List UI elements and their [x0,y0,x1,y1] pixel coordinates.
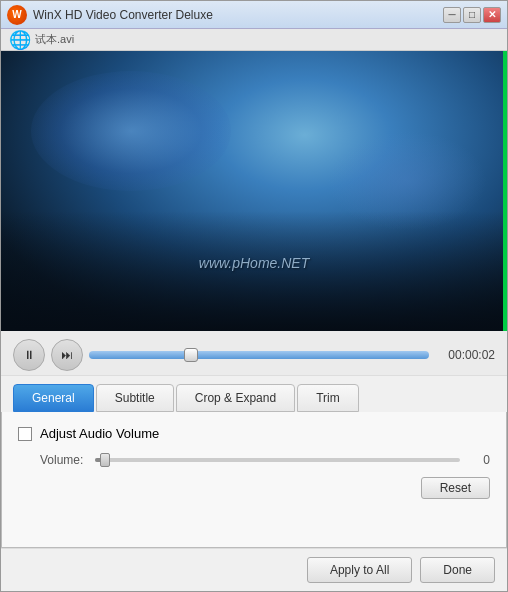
pause-button[interactable]: ⏸ [13,339,45,371]
tab-subtitle[interactable]: Subtitle [96,384,174,412]
next-frame-button[interactable]: ⏭ [51,339,83,371]
reset-row: Reset [18,477,490,499]
reset-button[interactable]: Reset [421,477,490,499]
app-icon: W [7,5,27,25]
volume-row: Volume: 0 [18,453,490,467]
video-cloud-1 [31,71,231,191]
playback-controls: ⏸ ⏭ 00:00:02 [13,339,495,371]
apply-to-all-button[interactable]: Apply to All [307,557,412,583]
title-bar-buttons: ─ □ ✕ [443,7,501,23]
file-bar: 🌐 试本.avi [1,29,507,51]
volume-slider-thumb[interactable] [100,453,110,467]
time-display: 00:00:02 [435,348,495,362]
title-bar: W WinX HD Video Converter Deluxe ─ □ ✕ [1,1,507,29]
volume-slider-track[interactable] [95,458,460,462]
video-background: www.pHome.NET [1,51,507,331]
tab-content-general: Adjust Audio Volume Volume: 0 Reset [1,412,507,548]
tab-general[interactable]: General [13,384,94,412]
watermark-logo: 🌐 [9,29,31,51]
tabs-area: General Subtitle Crop & Expand Trim [1,376,507,412]
adjust-audio-label: Adjust Audio Volume [40,426,159,441]
video-watermark: www.pHome.NET [199,255,309,271]
close-button[interactable]: ✕ [483,7,501,23]
adjust-audio-checkbox[interactable] [18,427,32,441]
playback-controls-area: ⏸ ⏭ 00:00:02 [1,331,507,376]
adjust-audio-row: Adjust Audio Volume [18,426,490,441]
file-name: 试本.avi [35,32,74,47]
video-dark-overlay [1,211,507,331]
tab-crop-expand[interactable]: Crop & Expand [176,384,295,412]
done-button[interactable]: Done [420,557,495,583]
minimize-button[interactable]: ─ [443,7,461,23]
title-bar-left: W WinX HD Video Converter Deluxe [7,5,213,25]
progress-thumb[interactable] [184,348,198,362]
progress-bar[interactable] [89,351,429,359]
volume-value: 0 [470,453,490,467]
video-border [503,51,507,331]
tab-trim[interactable]: Trim [297,384,359,412]
bottom-bar: Apply to All Done [1,548,507,591]
main-window: W WinX HD Video Converter Deluxe ─ □ ✕ 🌐… [0,0,508,592]
tabs-row: General Subtitle Crop & Expand Trim [13,384,495,412]
video-preview: www.pHome.NET [1,51,507,331]
window-title: WinX HD Video Converter Deluxe [33,8,213,22]
maximize-button[interactable]: □ [463,7,481,23]
volume-label: Volume: [40,453,85,467]
